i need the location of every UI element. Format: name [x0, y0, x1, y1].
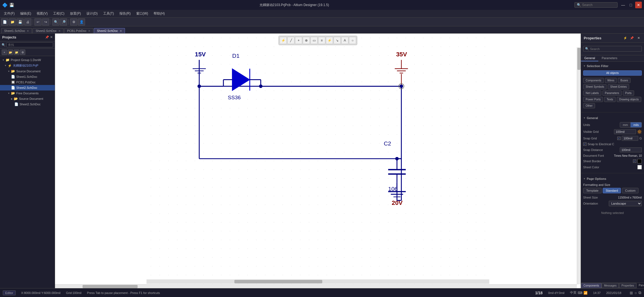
draw-wire[interactable]: ╱	[287, 37, 294, 44]
sidebar-search-input[interactable]	[6, 42, 53, 47]
tree-free-docs[interactable]: ▼ 📂 Free Documents	[0, 90, 55, 96]
tb-settings[interactable]: ⚙	[70, 18, 77, 26]
draw-line[interactable]: ↘	[334, 37, 341, 44]
bottom-tab-messages[interactable]: Messages	[602, 283, 619, 288]
tree-source-doc[interactable]: ▼ 📂 Source Document	[0, 68, 55, 74]
sidebar-pin-icon[interactable]: 📌	[45, 35, 49, 39]
properties-search-box[interactable]: 🔍	[583, 46, 642, 52]
snap-elec-checkbox[interactable]	[583, 142, 586, 146]
tb-open[interactable]: 📁	[9, 18, 16, 26]
custom-btn[interactable]: Custom	[622, 188, 638, 193]
sidebar-tb-remove[interactable]: 📂	[8, 50, 13, 55]
tree-pcb1[interactable]: 🔲 PCB1.PcbDoc	[0, 79, 55, 85]
filter-power-ports[interactable]: Power Ports	[583, 97, 603, 102]
draw-crosshair[interactable]: +	[295, 37, 302, 44]
tree-sheet1[interactable]: 📄 Sheet1.SchDoc	[0, 74, 55, 79]
template-btn[interactable]: Template	[583, 188, 602, 193]
tb-zoom-in[interactable]: 🔍	[52, 18, 59, 26]
tree-project[interactable]: ▼ ⚡ 光耦驱动2103.PrjP	[0, 63, 55, 68]
unit-mm-btn[interactable]: mm	[620, 122, 631, 127]
draw-bus[interactable]: ≡	[318, 37, 325, 44]
draw-text[interactable]: A	[341, 37, 348, 44]
tab-general[interactable]: General	[581, 55, 598, 61]
snap-grid-cb[interactable]	[617, 137, 621, 140]
canvas-scroll-thumb-v[interactable]	[577, 48, 581, 70]
props-close-icon[interactable]: ✕	[636, 35, 641, 41]
tab-sheet1[interactable]: Sheet1.SchDoc ✕	[1, 28, 32, 33]
bottom-tab-properties[interactable]: Properties	[619, 283, 637, 288]
filter-wires[interactable]: Wires	[605, 78, 617, 83]
filter-all-objects[interactable]: All objects	[583, 70, 642, 76]
filter-drawing-objects[interactable]: Drawing objects	[617, 97, 641, 102]
menu-tools[interactable]: 工具(T)	[100, 11, 117, 16]
filter-texts[interactable]: Texts	[604, 97, 615, 102]
tab-sheet2a[interactable]: Sheet2.SchDoc ✕	[32, 28, 63, 33]
tb-account[interactable]: 👤	[78, 18, 85, 26]
tab-sheet2b[interactable]: Sheet2.SchDoc ✕	[94, 28, 125, 33]
props-pin-icon[interactable]: 📌	[629, 35, 635, 41]
tb-redo[interactable]: ↪	[42, 18, 49, 26]
menu-file[interactable]: 文件(F)	[1, 11, 17, 16]
filter-net-labels[interactable]: Net Labels	[583, 90, 601, 96]
menu-view[interactable]: 视图(V)	[34, 11, 50, 16]
tree-sheet2-free[interactable]: 📄 Sheet2.SchDoc	[0, 101, 55, 107]
tab-pcb1[interactable]: PCB1.PcbDoc ✕	[64, 28, 93, 33]
filter-parameters[interactable]: Parameters	[602, 90, 622, 96]
close-button[interactable]: ✕	[635, 2, 642, 8]
sheet-border-color[interactable]	[637, 159, 642, 163]
filter-other[interactable]: Other	[583, 103, 595, 108]
props-filter-icon[interactable]: ⚡	[623, 35, 628, 41]
visible-grid-toggle[interactable]: 🔆	[637, 130, 642, 134]
tb-zoom-out[interactable]: 🔎	[60, 18, 67, 26]
tree-project-group[interactable]: ▼ 📁 Project Group 1.DsnW	[0, 57, 55, 63]
draw-select[interactable]: ⚡	[280, 37, 287, 44]
tab-sheet1-close[interactable]: ✕	[27, 29, 29, 32]
tb-new[interactable]: 📄	[1, 18, 8, 26]
panels-btn[interactable]: Panels	[637, 283, 644, 288]
titlebar-search[interactable]: 🔍	[574, 2, 618, 8]
menu-reports[interactable]: 报告(R)	[117, 11, 133, 16]
canvas-scrollbar-v[interactable]	[577, 47, 581, 284]
bottom-tab-components[interactable]: Components	[581, 283, 602, 288]
filter-ports[interactable]: Ports	[623, 90, 634, 96]
tb-undo[interactable]: ↩	[34, 18, 42, 26]
maximize-button[interactable]: □	[627, 2, 634, 8]
draw-junction[interactable]: ⊕	[303, 37, 310, 44]
unit-mils-btn[interactable]: mils	[631, 122, 642, 127]
canvas-scroll-thumb-h[interactable]	[83, 285, 138, 288]
search-taskbar-icon[interactable]: ○	[635, 291, 637, 295]
orientation-select[interactable]: Landscape Portrait	[609, 201, 642, 206]
minimize-button[interactable]: —	[620, 2, 626, 8]
draw-power[interactable]: ⚡	[326, 37, 333, 44]
menu-window[interactable]: 窗口(W)	[133, 11, 151, 16]
filter-buses[interactable]: Buses	[618, 78, 631, 83]
snap-grid-checkbox[interactable]	[617, 137, 621, 140]
canvas-scrollbar-h[interactable]	[55, 284, 577, 288]
draw-rect[interactable]: ▭	[310, 37, 318, 44]
snap-grid-input[interactable]	[622, 136, 638, 141]
tab-sheet2b-close[interactable]: ✕	[120, 29, 122, 32]
tab-pcb1-close[interactable]: ✕	[88, 29, 90, 32]
sidebar-close-icon[interactable]: ✕	[50, 35, 53, 39]
tab-parameters[interactable]: Parameters	[598, 55, 621, 61]
visible-grid-input[interactable]	[614, 129, 636, 134]
tb-save[interactable]: 💾	[17, 18, 24, 26]
properties-search-input[interactable]	[590, 47, 640, 51]
taskview-icon[interactable]: ⧉	[638, 290, 641, 295]
filter-sheet-entries[interactable]: Sheet Entries	[608, 84, 629, 89]
tree-free-source[interactable]: ▶ 📂 Source Document	[0, 96, 55, 101]
sidebar-tb-open[interactable]: 📁	[14, 50, 19, 55]
standard-btn[interactable]: Standard	[603, 188, 621, 193]
sidebar-tb-settings[interactable]: ⚙	[20, 50, 25, 55]
sheet-border-cb[interactable]	[633, 160, 636, 163]
tab-sheet2a-close[interactable]: ✕	[58, 29, 61, 32]
canvas-area[interactable]: ⚡ ╱ + ⊕ ▭ ≡ ⚡ ↘ A ○ 15V	[55, 34, 581, 288]
schematic-canvas[interactable]: 15V D1 SS36	[55, 34, 581, 288]
windows-icon[interactable]: ⊞	[630, 291, 633, 295]
tree-sheet2-active[interactable]: 📄 Sheet2.SchDoc	[0, 85, 55, 90]
menu-edit[interactable]: 编辑(E)	[17, 11, 34, 16]
menu-design[interactable]: 设计(D)	[84, 11, 100, 16]
filter-sheet-symbols[interactable]: Sheet Symbols	[583, 84, 607, 89]
titlebar-search-input[interactable]	[582, 3, 615, 7]
sidebar-tb-add[interactable]: +	[2, 50, 7, 55]
